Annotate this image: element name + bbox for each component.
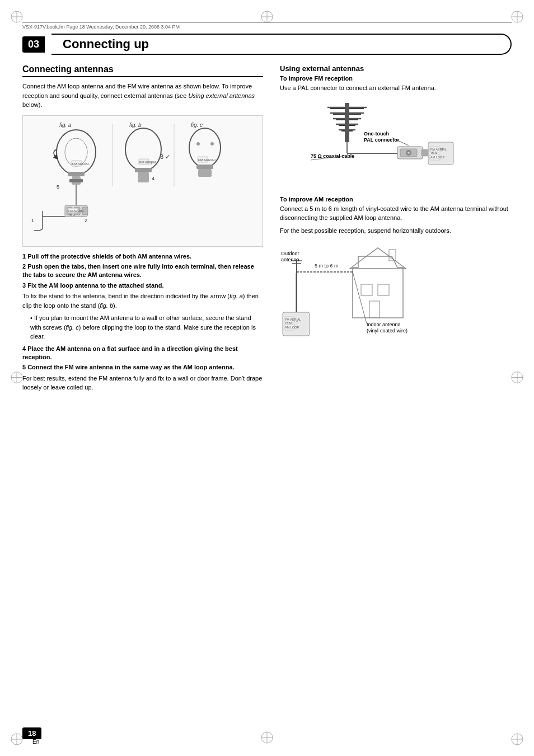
svg-text:AM LOOP: AM LOOP xyxy=(430,156,444,159)
svg-text:fig. b: fig. b xyxy=(129,122,142,128)
reg-mark-tl xyxy=(10,10,24,24)
svg-text:♪: ♪ xyxy=(214,157,217,163)
svg-text:Indoor antenna: Indoor antenna xyxy=(367,322,401,327)
chapter-number: 03 xyxy=(22,36,45,53)
svg-text:♪: ♪ xyxy=(80,208,83,214)
step5-title: 5 Connect the FM wire antenna in the sam… xyxy=(22,363,263,372)
step3-text: To fix the stand to the antenna, bend in… xyxy=(22,292,263,310)
reg-mark-tr xyxy=(510,10,524,24)
page-number: 18 xyxy=(22,727,41,739)
svg-rect-38 xyxy=(135,168,152,172)
svg-point-29 xyxy=(57,130,96,175)
svg-point-81 xyxy=(407,152,410,154)
svg-rect-98 xyxy=(361,284,372,295)
svg-text:3 ✓: 3 ✓ xyxy=(160,153,170,160)
svg-text:AM LOOP: AM LOOP xyxy=(285,326,299,329)
step3-bullet: If you plan to mount the AM antenna to a… xyxy=(30,313,263,341)
svg-text:fig. c: fig. c xyxy=(191,122,203,128)
fm-reception-text: Use a PAL connector to connect an extern… xyxy=(280,83,512,93)
fm-reception-title: To improve FM reception xyxy=(280,75,512,82)
svg-text:♪: ♪ xyxy=(441,146,444,152)
using-external-title: Using external antennas xyxy=(280,64,512,73)
svg-text:♪: ♪ xyxy=(296,318,298,323)
svg-rect-70 xyxy=(345,103,349,142)
svg-line-119 xyxy=(353,272,367,323)
svg-rect-31 xyxy=(68,172,85,176)
svg-text:antenna: antenna xyxy=(281,257,299,262)
svg-rect-100 xyxy=(369,301,380,318)
svg-rect-48 xyxy=(196,165,213,169)
page-lang: En xyxy=(32,739,39,745)
connecting-antennas-title: Connecting antennas xyxy=(22,64,263,77)
right-column: Using external antennas To improve FM re… xyxy=(280,64,512,711)
svg-text:FM AERIAL: FM AERIAL xyxy=(72,162,90,166)
content-area: Connecting antennas Connect the AM loop … xyxy=(22,64,512,711)
fm-antenna-diagram: FM AERIAL 75 Ω ♪ AM LOOP One-touch PAL c… xyxy=(280,97,512,191)
reg-mark-bm xyxy=(260,731,274,746)
chapter-header: 03 Connecting up xyxy=(22,34,512,55)
intro-text: Connect the AM loop antenna and the FM w… xyxy=(22,82,263,110)
file-info-text: VSX-917V.book.fm Page 18 Wednesday, Dece… xyxy=(22,24,180,30)
file-info-bar: VSX-917V.book.fm Page 18 Wednesday, Dece… xyxy=(22,22,512,30)
svg-text:One-touch: One-touch xyxy=(364,131,389,137)
am-reception-text1: Connect a 5 m to 6 m length of vinyl-coa… xyxy=(280,204,512,223)
reg-mark-bl xyxy=(10,732,24,746)
step2: 2 Push open the tabs, then insert one wi… xyxy=(22,262,263,280)
svg-rect-82 xyxy=(421,149,428,156)
svg-point-47 xyxy=(210,142,214,145)
reg-mark-ml xyxy=(10,370,24,386)
svg-text:Outdoor: Outdoor xyxy=(281,251,299,256)
reg-mark-br xyxy=(510,732,524,746)
am-antenna-diagram: 5 m to 6 m FM AERIAL 75 Ω ♪ AM LOOP Outd… xyxy=(280,240,512,345)
am-reception-title: To improve AM reception xyxy=(280,196,512,203)
svg-text:FM AERIAL: FM AERIAL xyxy=(139,161,157,164)
antenna-diagram-svg: fig. a fig. b fig. c 5 xyxy=(26,119,250,242)
left-column: Connecting antennas Connect the AM loop … xyxy=(22,64,263,711)
svg-rect-39 xyxy=(138,172,149,182)
svg-text:♪: ♪ xyxy=(150,159,153,166)
fm-diagram-svg: FM AERIAL 75 Ω ♪ AM LOOP One-touch PAL c… xyxy=(280,97,459,190)
svg-text:4: 4 xyxy=(152,176,154,181)
svg-text:FM AERIAL: FM AERIAL xyxy=(198,158,216,162)
step4: 4 Place the AM antenna on a flat surface… xyxy=(22,345,263,362)
svg-text:75 Ω: 75 Ω xyxy=(285,321,292,325)
am-reception-text2: For the best possible reception, suspend… xyxy=(280,226,512,236)
reg-mark-mr xyxy=(510,370,524,386)
svg-text:5 m to 6 m: 5 m to 6 m xyxy=(315,263,339,269)
svg-rect-33 xyxy=(69,179,83,182)
antenna-diagram: fig. a fig. b fig. c 5 xyxy=(22,115,263,247)
step5-text: For best results, extend the FM antenna … xyxy=(22,374,263,392)
step3-title: 3 Fix the AM loop antenna to the attache… xyxy=(22,281,263,290)
step1: 1 Pull off the protective shields of bot… xyxy=(22,252,263,261)
svg-text:1: 1 xyxy=(31,218,34,223)
svg-point-46 xyxy=(196,142,200,145)
am-diagram-svg: 5 m to 6 m FM AERIAL 75 Ω ♪ AM LOOP Outd… xyxy=(280,240,459,343)
svg-text:PAL connector: PAL connector xyxy=(364,137,400,143)
svg-text:75 Ω: 75 Ω xyxy=(68,213,75,217)
svg-text:fig. a: fig. a xyxy=(59,122,72,128)
svg-text:75 Ω: 75 Ω xyxy=(430,151,437,154)
svg-text:5: 5 xyxy=(57,184,59,190)
svg-text:2: 2 xyxy=(85,218,87,223)
svg-rect-99 xyxy=(378,284,389,295)
svg-text:(vinyl-coated wire): (vinyl-coated wire) xyxy=(367,328,407,334)
svg-text:75 Ω coaxial cable: 75 Ω coaxial cable xyxy=(311,153,354,159)
svg-rect-49 xyxy=(198,169,212,177)
chapter-title: Connecting up xyxy=(51,34,512,55)
